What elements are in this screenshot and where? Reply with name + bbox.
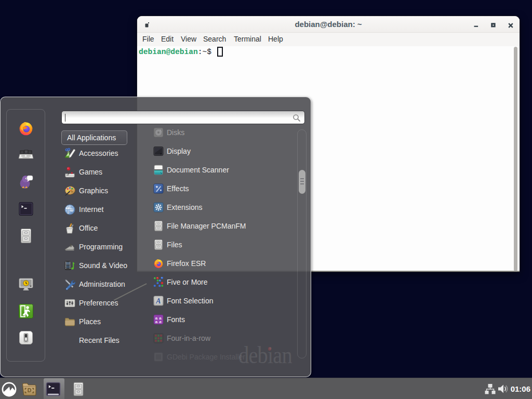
svg-text:D: D (28, 387, 32, 393)
svg-text:A: A (155, 297, 161, 305)
svg-text:a: a (159, 320, 162, 324)
svg-text:a: a (155, 320, 158, 324)
